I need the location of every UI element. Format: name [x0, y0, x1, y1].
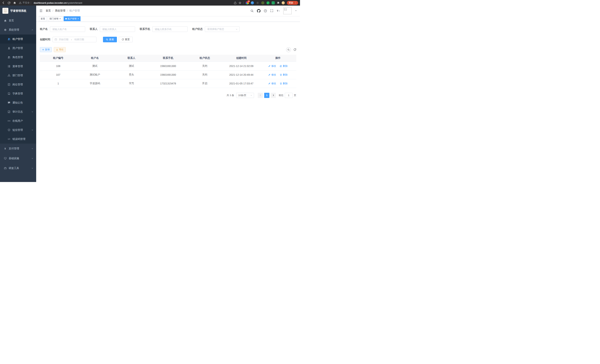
table-row: 108 测试 测试 15601691300 关闭 2021-12-14 21:0… [40, 62, 296, 70]
tenant-name-input[interactable] [50, 26, 85, 32]
breadcrumb: 首页 / 系统管理 / 租户管理 [46, 9, 80, 12]
cell-id: 1 [40, 79, 76, 88]
sidebar-item-notice[interactable]: 通知公告 [0, 98, 36, 107]
trash-icon [280, 65, 282, 67]
sidebar-item-user[interactable]: 用户管理 [0, 44, 36, 53]
edit-link[interactable]: 修改 [268, 73, 276, 76]
update-button[interactable]: 更新 ⋮ [287, 1, 298, 5]
filter-create-time: 创建时间 开始日期 - 结束日期 [40, 37, 96, 42]
cell-status: 关闭 [187, 62, 223, 70]
sidebar-item-role[interactable]: 角色管理 [0, 53, 36, 62]
refresh-table-icon[interactable] [293, 48, 296, 51]
svg-text:T: T [277, 9, 278, 12]
prev-page-button[interactable] [258, 93, 263, 98]
sidebar-item-system[interactable]: 系统管理 [0, 25, 36, 35]
extension-dark-icon[interactable] [256, 1, 259, 4]
chevron-right-icon [272, 94, 274, 96]
extension-blue-icon[interactable] [251, 1, 254, 4]
date-range-picker[interactable]: 开始日期 - 结束日期 [53, 37, 96, 42]
fullscreen-icon[interactable] [270, 9, 273, 12]
address-bar[interactable]: dashboard.yudao.iocoder.cn/system/tenant [34, 1, 82, 4]
sidebar-item-sms[interactable]: 短信管理 [0, 125, 36, 134]
cell-status: 开启 [187, 79, 223, 88]
sidebar-item-audit-log[interactable]: 审计日志 [0, 107, 36, 116]
search-icon[interactable] [251, 9, 254, 12]
chevron-down-icon [236, 28, 238, 30]
close-icon[interactable]: × [59, 18, 61, 20]
tab-dept[interactable]: 部门管理 × [48, 16, 63, 21]
breadcrumb-home[interactable]: 首页 [46, 9, 51, 12]
share-icon[interactable] [234, 1, 236, 4]
reset-button[interactable]: 重置 [119, 37, 133, 42]
edit-link[interactable]: 修改 [268, 64, 276, 68]
bookmark-star-icon[interactable] [239, 1, 241, 4]
sidebar-fold-icon[interactable] [39, 9, 43, 12]
goto-page-input[interactable] [285, 93, 293, 98]
toggle-search-icon[interactable] [286, 47, 291, 52]
date-end[interactable]: 结束日期 [75, 38, 84, 41]
search-icon [106, 38, 108, 41]
calendar-icon [55, 38, 57, 41]
date-start[interactable]: 开始日期 [59, 38, 68, 41]
profile-avatar[interactable] [282, 1, 285, 4]
filter-row-1: 租户名 联系人 联系手机 租户状态 请选择租户状态 [40, 26, 296, 32]
export-button[interactable]: 导出 [54, 47, 66, 52]
cell-contact: 秃头 [113, 70, 150, 79]
chevron-down-icon [250, 94, 252, 96]
add-button[interactable]: 新增 [40, 47, 52, 52]
sidebar-item-dept[interactable]: 部门管理 [0, 71, 36, 80]
extension-green-check-icon[interactable]: ✓ [266, 1, 270, 4]
gear-icon [4, 28, 7, 31]
close-icon[interactable]: × [77, 18, 79, 20]
extension-badge: 10 [247, 0, 250, 2]
app-shell: 芋道管理系统 首页 系统管理 租户管理 [0, 6, 300, 182]
page-number-button[interactable]: 1 [264, 93, 269, 98]
sidebar-item-payment[interactable]: ¥ 支付管理 [0, 144, 36, 153]
sidebar-logo[interactable]: 芋道管理系统 [0, 6, 36, 16]
breadcrumb-system[interactable]: 系统管理 [55, 9, 65, 12]
page-size-select[interactable]: 10条/页 [236, 93, 254, 98]
extension-colorful-icon[interactable]: 10 [246, 1, 249, 4]
main-area: 首页 / 系统管理 / 租户管理 ? T [36, 6, 300, 182]
phone-input[interactable] [152, 26, 188, 32]
sidebar-item-tenant[interactable]: 租户管理 [0, 35, 36, 44]
reload-icon[interactable] [8, 1, 10, 4]
back-icon[interactable] [2, 1, 5, 4]
github-icon[interactable] [257, 9, 261, 13]
active-dot [65, 18, 67, 19]
sidebar-item-dev-tools[interactable]: 研发工具 [0, 163, 36, 173]
delete-link[interactable]: 删除 [280, 82, 288, 85]
home-button-icon[interactable] [13, 1, 16, 4]
org-tree-icon [7, 74, 10, 77]
extension-olive-icon[interactable] [261, 1, 264, 4]
sidebar-item-infrastructure[interactable]: 基础设施 [0, 153, 36, 163]
sidebar-item-error-code[interactable]: 错误码管理 [0, 134, 36, 144]
sidebar-item-home[interactable]: 首页 [0, 16, 36, 25]
delete-link[interactable]: 删除 [280, 73, 288, 76]
extension-green-square-icon[interactable] [272, 1, 275, 4]
status-select[interactable]: 请选择租户状态 [205, 26, 240, 32]
help-icon[interactable]: ? [264, 9, 267, 12]
next-page-button[interactable] [271, 93, 276, 98]
search-button[interactable]: 搜索 [103, 37, 117, 42]
tab-home[interactable]: 首页 [39, 16, 47, 21]
page-unit: 页 [294, 94, 296, 97]
contact-input[interactable] [100, 26, 135, 32]
app-title: 芋道管理系统 [10, 9, 26, 13]
security-chip[interactable]: 不安全 [19, 1, 31, 4]
filter-contact: 联系人 [90, 26, 135, 32]
divider [31, 1, 31, 4]
font-size-icon[interactable]: TT [277, 9, 280, 12]
tab-tenant[interactable]: 租户管理 × [64, 16, 81, 21]
sidebar-item-dict[interactable]: 字典管理 [0, 89, 36, 98]
browser-menu-icon[interactable]: ⋮ [295, 2, 297, 4]
avatar[interactable] [283, 7, 292, 14]
avatar-dropdown-caret-icon[interactable] [295, 10, 297, 12]
sidebar-item-online-users[interactable]: 在线用户 [0, 116, 36, 125]
extensions-puzzle-icon[interactable] [277, 1, 280, 4]
cell-actions: 修改 删除 [260, 62, 296, 70]
sidebar-item-menu[interactable]: 菜单管理 [0, 62, 36, 71]
edit-link[interactable]: 修改 [268, 82, 276, 85]
delete-link[interactable]: 删除 [280, 64, 288, 68]
sidebar-item-post[interactable]: 岗位管理 [0, 80, 36, 89]
